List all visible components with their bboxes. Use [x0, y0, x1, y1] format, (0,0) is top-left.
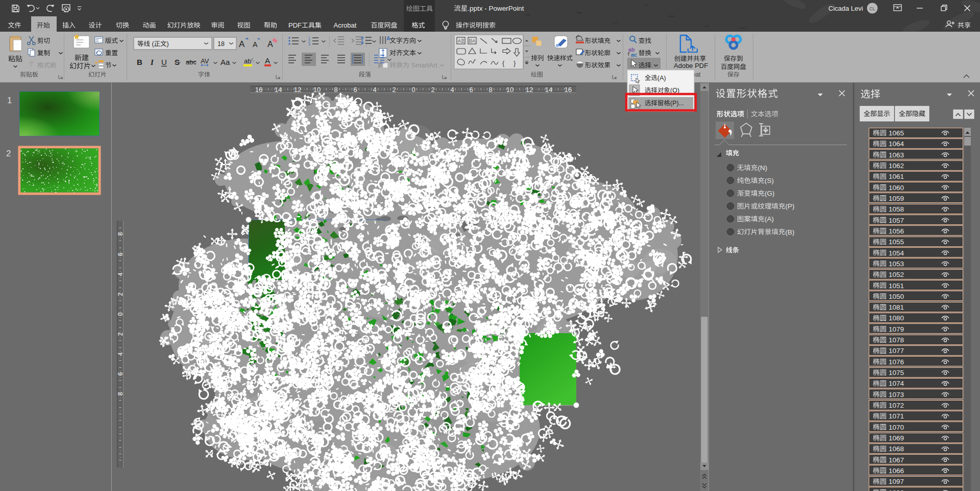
- svg-text:1056: 1056: [889, 227, 904, 235]
- svg-text:6: 6: [353, 86, 357, 93]
- svg-text:1050: 1050: [889, 293, 904, 300]
- svg-text:A: A: [267, 40, 273, 49]
- svg-text:1076: 1076: [889, 358, 904, 366]
- svg-text:A: A: [239, 39, 245, 49]
- svg-text:18: 18: [217, 40, 225, 48]
- svg-text:10: 10: [506, 86, 513, 93]
- svg-text:1072: 1072: [889, 402, 904, 409]
- svg-text:4: 4: [450, 86, 454, 93]
- svg-text:1061: 1061: [889, 173, 904, 180]
- svg-text:8: 8: [334, 86, 337, 93]
- svg-text:16: 16: [255, 86, 262, 93]
- svg-text:6: 6: [469, 86, 473, 93]
- svg-text:1063: 1063: [889, 151, 904, 159]
- svg-text:PDF: PDF: [288, 21, 302, 29]
- svg-text:0: 0: [411, 86, 415, 93]
- svg-text:1059: 1059: [889, 195, 904, 202]
- svg-text:8: 8: [488, 86, 492, 93]
- svg-text:(S): (S): [765, 177, 774, 184]
- svg-text:10: 10: [313, 86, 321, 93]
- svg-text:1079: 1079: [889, 325, 904, 333]
- svg-text:1068: 1068: [889, 445, 904, 453]
- svg-text:1051: 1051: [889, 282, 904, 290]
- svg-text:ac: ac: [631, 52, 637, 58]
- svg-text:(B): (B): [786, 228, 795, 236]
- svg-text:Aa: Aa: [220, 58, 230, 66]
- svg-text:1081: 1081: [889, 303, 904, 311]
- svg-text:1078: 1078: [889, 336, 904, 344]
- svg-text:I: I: [150, 58, 154, 66]
- svg-text:1097: 1097: [889, 478, 904, 485]
- svg-text:2: 2: [392, 86, 396, 93]
- svg-text:1065: 1065: [889, 129, 904, 137]
- svg-text:1: 1: [7, 96, 12, 105]
- svg-text:1096: 1096: [889, 489, 904, 491]
- svg-text:1071: 1071: [889, 412, 904, 420]
- svg-text:(G): (G): [765, 190, 775, 197]
- svg-text:(P)...: (P)...: [670, 100, 684, 107]
- svg-text:(A): (A): [765, 215, 774, 223]
- svg-text:A: A: [472, 38, 475, 43]
- svg-text:12: 12: [294, 86, 301, 93]
- svg-text:1060: 1060: [889, 184, 904, 192]
- svg-text:1055: 1055: [889, 238, 904, 246]
- svg-text:SmartArt: SmartArt: [411, 61, 438, 69]
- svg-text:1074: 1074: [889, 380, 904, 387]
- svg-text:14: 14: [275, 86, 282, 93]
- svg-text:(P): (P): [786, 202, 795, 210]
- svg-text:1080: 1080: [889, 314, 904, 322]
- svg-text:1054: 1054: [889, 249, 904, 257]
- svg-text:Adobe PDF: Adobe PDF: [674, 62, 708, 69]
- svg-text:B: B: [137, 58, 142, 66]
- svg-text:4: 4: [373, 86, 376, 93]
- svg-text:A: A: [458, 38, 461, 43]
- svg-text:U: U: [161, 58, 167, 66]
- svg-text:1066: 1066: [889, 467, 904, 475]
- svg-text:A: A: [265, 56, 270, 65]
- svg-text:.pptx - PowerPoint: .pptx - PowerPoint: [468, 5, 524, 12]
- svg-text:1067: 1067: [889, 456, 904, 464]
- svg-text:1062: 1062: [889, 162, 904, 170]
- svg-text:A: A: [386, 36, 390, 41]
- svg-text:16: 16: [565, 86, 572, 93]
- svg-text:12: 12: [526, 86, 533, 93]
- svg-text:1069: 1069: [889, 434, 904, 442]
- svg-text:A: A: [253, 40, 258, 49]
- svg-text:Acrobat: Acrobat: [334, 21, 357, 29]
- svg-text:}: }: [513, 59, 516, 67]
- svg-text:{: {: [502, 59, 505, 67]
- svg-text:1064: 1064: [889, 140, 904, 148]
- svg-text:1077: 1077: [889, 347, 904, 355]
- svg-text:Cicada Levi: Cicada Levi: [828, 5, 863, 12]
- svg-text:(A): (A): [657, 75, 666, 82]
- svg-text:1075: 1075: [889, 369, 904, 377]
- svg-text:2: 2: [431, 86, 434, 93]
- svg-text:3: 3: [308, 42, 310, 46]
- svg-text:1057: 1057: [889, 217, 904, 224]
- svg-text:1052: 1052: [889, 271, 904, 278]
- svg-text:): ): [167, 40, 169, 48]
- svg-text:1058: 1058: [889, 205, 904, 213]
- svg-text:1053: 1053: [889, 260, 904, 268]
- svg-text:14: 14: [545, 86, 552, 93]
- svg-text:1073: 1073: [889, 391, 904, 399]
- svg-text:CL: CL: [869, 6, 875, 11]
- svg-text:(N): (N): [758, 164, 768, 172]
- svg-text:2: 2: [6, 149, 11, 158]
- svg-text:1070: 1070: [889, 424, 904, 431]
- svg-text:AV: AV: [201, 57, 209, 65]
